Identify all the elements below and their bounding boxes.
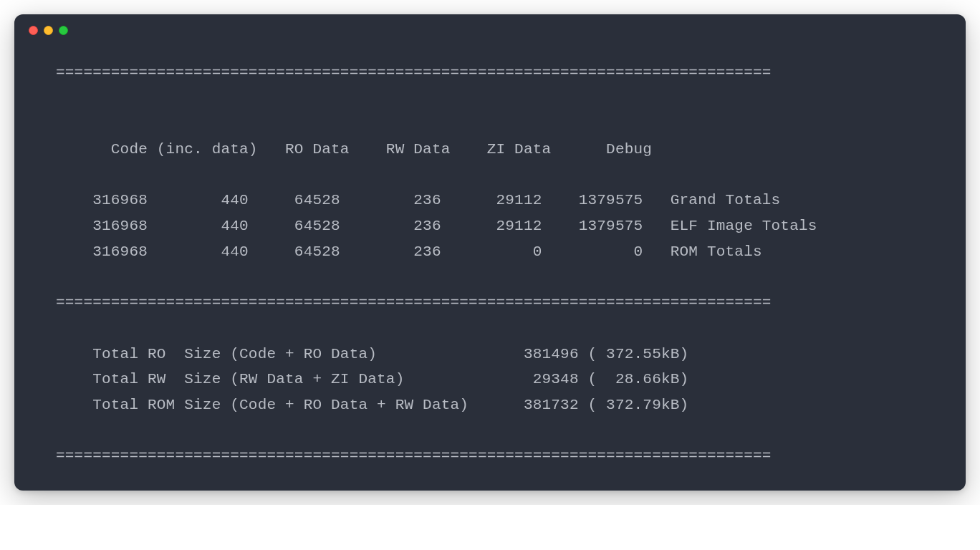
terminal-window: ========================================…: [14, 14, 966, 491]
close-icon[interactable]: [29, 26, 38, 35]
window-titlebar: [14, 14, 966, 46]
maximize-icon[interactable]: [59, 26, 68, 35]
terminal-output: ========================================…: [14, 46, 966, 476]
minimize-icon[interactable]: [44, 26, 53, 35]
